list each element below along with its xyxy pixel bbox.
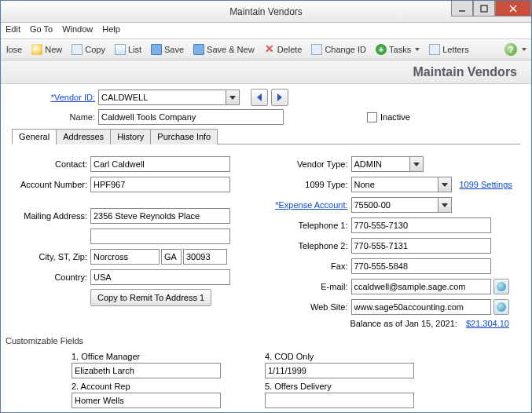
menu-bar: Edit Go To Window Help — [1, 23, 531, 38]
expense-account-label[interactable]: Expense Account: — [266, 200, 351, 210]
page-title: Maintain Vendors — [413, 65, 517, 79]
account-number-input[interactable] — [90, 177, 230, 192]
chevron-down-icon — [442, 183, 448, 187]
letters-button[interactable]: Letters — [425, 42, 473, 57]
menu-goto[interactable]: Go To — [30, 24, 53, 37]
tab-general[interactable]: General — [12, 129, 57, 144]
city-input[interactable] — [90, 249, 160, 265]
1099-settings-link[interactable]: 1099 Settings — [460, 180, 512, 189]
state-input[interactable] — [161, 249, 182, 265]
save-icon — [151, 44, 162, 55]
maximize-button[interactable] — [473, 1, 495, 16]
email-launch-button[interactable] — [493, 279, 509, 294]
name-input[interactable] — [98, 109, 284, 125]
copy-icon — [72, 44, 83, 55]
expense-account-combo[interactable] — [351, 197, 452, 213]
account-number-label: Account Number: — [6, 180, 90, 189]
custom-field-1-label: 1. Office Manager — [72, 352, 221, 361]
website-launch-button[interactable] — [493, 299, 509, 315]
chevron-down-icon[interactable] — [522, 48, 526, 51]
tasks-button[interactable]: +Tasks — [372, 42, 424, 57]
chevron-down-icon — [442, 203, 448, 207]
city-st-zip-label: City, ST, Zip: — [6, 252, 90, 261]
vendor-id-input[interactable] — [98, 90, 226, 105]
left-column: Contact: Account Number: Mailing Address… — [6, 155, 257, 328]
changeid-icon — [311, 44, 322, 55]
1099-type-dropdown[interactable] — [438, 177, 452, 192]
tab-history[interactable]: History — [110, 129, 151, 144]
copy-button[interactable]: Copy — [68, 42, 109, 57]
minimize-button[interactable] — [451, 1, 473, 16]
mail-icon — [497, 282, 506, 291]
mailing-address-1-input[interactable] — [90, 208, 230, 224]
custom-field-2-input[interactable] — [72, 393, 221, 408]
inactive-checkbox[interactable] — [367, 112, 377, 122]
telephone-1-input[interactable] — [351, 217, 491, 233]
vendor-id-combo[interactable] — [98, 90, 240, 105]
menu-window[interactable]: Window — [62, 24, 93, 37]
expense-account-dropdown[interactable] — [438, 197, 452, 213]
custom-field-5-input[interactable] — [265, 393, 414, 408]
close-button[interactable] — [495, 1, 531, 16]
contact-input[interactable] — [90, 156, 230, 172]
close-record-button[interactable]: lose — [2, 42, 26, 57]
tab-addresses[interactable]: Addresses — [56, 129, 111, 144]
mailing-address-label: Mailing Address: — [6, 211, 90, 221]
menu-help[interactable]: Help — [102, 24, 120, 37]
list-icon — [115, 44, 126, 55]
inactive-label: Inactive — [380, 112, 410, 122]
vendor-id-dropdown[interactable] — [226, 90, 240, 105]
tab-purchase-info[interactable]: Purchase Info — [150, 129, 218, 144]
custom-field-4-label: 4. COD Only — [265, 352, 414, 361]
name-label: Name: — [12, 112, 98, 122]
vendor-type-combo[interactable] — [351, 156, 424, 172]
tab-strip: General Addresses History Purchase Info — [12, 128, 520, 144]
triangle-right-icon — [277, 93, 282, 101]
customizable-fields-title: Customizable Fields — [6, 336, 517, 345]
copy-to-remit-button[interactable]: Copy to Remit To Address 1 — [90, 289, 211, 306]
letters-icon — [429, 44, 440, 55]
balance-link[interactable]: $21,304.10 — [466, 319, 509, 328]
1099-type-combo[interactable] — [351, 177, 452, 192]
email-label: E-mail: — [266, 282, 351, 291]
fax-label: Fax: — [266, 261, 351, 271]
contact-label: Contact: — [6, 159, 90, 169]
telephone-1-label: Telephone 1: — [266, 221, 351, 230]
custom-field-5-label: 5. Offers Delivery — [265, 382, 414, 391]
chevron-down-icon — [415, 48, 420, 51]
custom-field-4-input[interactable] — [265, 363, 414, 378]
mailing-address-2-input[interactable] — [90, 228, 230, 244]
country-label: Country: — [6, 272, 90, 282]
svg-rect-1 — [481, 5, 487, 12]
help-icon[interactable]: ? — [504, 43, 517, 56]
title-bar: Maintain Vendors — [1, 1, 531, 23]
fax-input[interactable] — [351, 258, 491, 274]
right-column: Vendor Type: 1099 Type: 1099 Settings Ex… — [266, 155, 518, 328]
website-input[interactable] — [351, 299, 491, 315]
custom-field-2-label: 2. Account Rep — [72, 382, 221, 391]
change-id-button[interactable]: Change ID — [307, 42, 370, 57]
expense-account-input[interactable] — [351, 197, 438, 213]
vendor-id-label: Vendor ID: — [12, 93, 98, 102]
1099-type-input[interactable] — [351, 177, 438, 192]
vendor-type-input[interactable] — [351, 156, 409, 172]
toolbar: lose New Copy List Save Save & New ✕Dele… — [1, 38, 531, 60]
menu-edit[interactable]: Edit — [6, 24, 20, 37]
customizable-fields-section: Customizable Fields 1. Office Manager 2.… — [1, 331, 531, 413]
save-button[interactable]: Save — [147, 42, 188, 57]
next-record-button[interactable] — [271, 89, 288, 106]
page-header: Maintain Vendors — [1, 60, 531, 84]
save-new-button[interactable]: Save & New — [189, 42, 259, 57]
list-button[interactable]: List — [111, 42, 145, 57]
new-button[interactable]: New — [28, 42, 66, 57]
prev-record-button[interactable] — [251, 89, 268, 106]
custom-field-1-input[interactable] — [72, 363, 221, 378]
country-input[interactable] — [90, 269, 230, 285]
email-input[interactable] — [351, 279, 491, 294]
vendor-type-dropdown[interactable] — [409, 156, 424, 172]
delete-button[interactable]: ✕Delete — [260, 42, 306, 57]
tasks-icon: + — [376, 44, 387, 55]
telephone-2-input[interactable] — [351, 238, 491, 254]
globe-icon — [497, 302, 506, 312]
zip-input[interactable] — [183, 249, 227, 265]
